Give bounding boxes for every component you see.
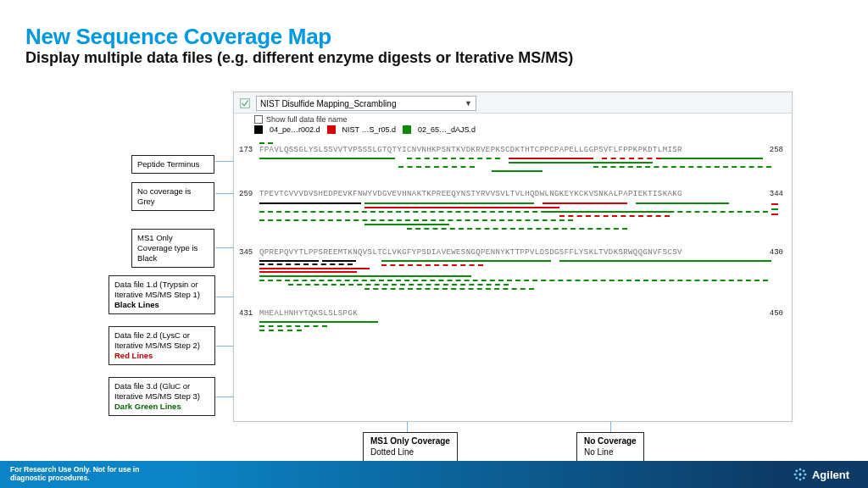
footer: For Research Use Only. Not for use in di… xyxy=(0,461,868,488)
svg-rect-0 xyxy=(241,99,250,108)
callout-no-coverage-grey: No coverage is Grey xyxy=(131,182,214,211)
svg-point-9 xyxy=(803,477,804,479)
seq-row: 345 430 QPREPQVYTLPPSREEMTKNQVSLTCLVKGFY… xyxy=(237,248,788,297)
footer-brand-text: Agilent xyxy=(812,469,849,481)
sequence-area: 173 258 FPAVLQSSGLYSLSSVVTVPSSSLGTQTYICN… xyxy=(234,137,792,341)
legend-label-1: 04_pe…r002.d xyxy=(270,125,320,134)
footer-brand: Agilent xyxy=(775,461,868,488)
svg-point-6 xyxy=(796,470,798,472)
seq-row: 431 450 MHEALHNHYTQKSLSLSPGK xyxy=(237,309,788,335)
svg-point-5 xyxy=(804,474,806,475)
row-start: 259 xyxy=(239,190,253,198)
protein-select[interactable]: NIST Disulfide Mapping_Scrambling ▼ xyxy=(256,96,476,111)
svg-point-7 xyxy=(803,470,804,472)
footer-disclaimer: For Research Use Only. Not for use in di… xyxy=(0,461,186,488)
row-end: 258 xyxy=(770,146,783,154)
sequence-text: FPAVLQSSGLYSLSSVVTVPSSSLGTQTYICNVNHKPSNT… xyxy=(237,146,788,154)
show-full-filename-row: Show full data file name xyxy=(234,114,792,124)
row-start: 345 xyxy=(239,248,253,257)
legend-swatch-red xyxy=(327,125,336,134)
row-end: 344 xyxy=(770,190,783,198)
protein-select-value: NIST Disulfide Mapping_Scrambling xyxy=(260,99,396,108)
page-subtitle: Display multiple data files (e.g. differ… xyxy=(25,49,573,67)
callout-file1: Data file 1.d (Trypsin or Iterative MS/M… xyxy=(108,275,215,314)
callout-peptide-terminus: Peptide Terminus xyxy=(131,155,214,174)
footer-gradient xyxy=(186,461,775,488)
svg-point-8 xyxy=(796,477,798,479)
callout-ms1-black: MS1 Only Coverage type is Black xyxy=(131,229,214,268)
svg-point-4 xyxy=(794,474,796,475)
sequence-text: MHEALHNHYTQKSLSLSPGK xyxy=(237,309,788,318)
sequence-text: QPREPQVYTLPPSREEMTKNQVSLTCLVKGFYPSDIAVEW… xyxy=(237,248,788,257)
page-title: New Sequence Coverage Map xyxy=(25,24,331,50)
legend-label-3: 02_65…_dAJS.d xyxy=(418,125,476,134)
svg-point-2 xyxy=(799,469,801,470)
show-full-filename-checkbox[interactable] xyxy=(254,115,263,124)
show-full-filename-label: Show full data file name xyxy=(266,115,348,124)
row-start: 173 xyxy=(239,146,253,154)
callout-file2: Data file 2.d (LysC or Iterative MS/MS S… xyxy=(108,326,215,365)
chevron-down-icon: ▼ xyxy=(465,99,472,108)
svg-point-3 xyxy=(799,479,801,480)
legend: 04_pe…r002.d NIST …S_r05.d 02_65…_dAJS.d xyxy=(234,124,792,137)
row-end: 430 xyxy=(770,248,783,257)
callout-nocoverage-noline: No CoverageNo Line xyxy=(576,432,644,462)
row-start: 431 xyxy=(239,309,253,318)
seq-row: 259 344 TPEVTCVVVDVSHEDPEVKFNWYVDGVEVHNA… xyxy=(237,190,788,236)
legend-swatch-green xyxy=(403,125,411,134)
row-end: 450 xyxy=(770,309,783,318)
panel-icon xyxy=(239,97,251,109)
callout-file3: Data file 3.d (GluC or Iterative MS/MS S… xyxy=(108,377,215,416)
sequence-text: TPEVTCVVVDVSHEDPEVKFNWYVDGVEVHNAKTKPREEQ… xyxy=(237,190,788,198)
agilent-logo-icon xyxy=(793,468,807,481)
seq-row: 173 258 FPAVLQSSGLYSLSSVVTVPSSSLGTQTYICN… xyxy=(237,146,788,178)
legend-swatch-black xyxy=(254,125,263,134)
svg-point-1 xyxy=(799,474,802,476)
callout-ms1-dotted: MS1 Only CoverageDotted Line xyxy=(363,432,458,462)
panel-toolbar: NIST Disulfide Mapping_Scrambling ▼ xyxy=(234,92,792,114)
coverage-map-panel: NIST Disulfide Mapping_Scrambling ▼ Show… xyxy=(233,92,793,422)
legend-label-2: NIST …S_r05.d xyxy=(342,125,396,134)
